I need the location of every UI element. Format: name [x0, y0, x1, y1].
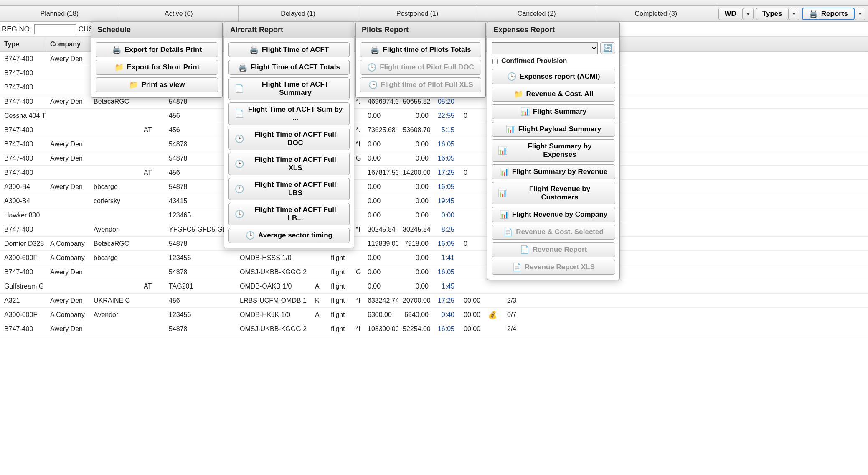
- report-icon: 🕒: [235, 209, 244, 219]
- cell-n2: 0.00: [398, 283, 433, 290]
- clock-icon: 🕒: [367, 63, 376, 72]
- expenses-popup-title: Expenses Report: [487, 22, 619, 38]
- expenses-report-button[interactable]: 📊Flight Summary by Revenue: [492, 164, 615, 179]
- cell-n2: 52254.00: [398, 325, 433, 333]
- cell-n2: 0.00: [398, 197, 433, 205]
- flight-time-pilot-full-doc-button[interactable]: 🕒Flight time of Pilot Full DOC: [360, 60, 481, 75]
- aircraft-report-button[interactable]: 🕒Flight Time of ACFT Full LBS: [228, 178, 350, 200]
- table-row[interactable]: A300-600FA CompanyAvendor123456OMDB-HKJK…: [0, 308, 868, 322]
- aircraft-report-button[interactable]: 🕒Flight Time of ACFT Full DOC: [228, 128, 350, 150]
- expenses-report-button[interactable]: 📊Flight Revenue by Customers: [492, 182, 615, 204]
- cell-type: A300-600F: [0, 311, 46, 319]
- expenses-report-button-disabled[interactable]: 📄Revenue Report XLS: [492, 260, 615, 275]
- table-row[interactable]: A300-B4Awery Denbbcargo548780.000.0016:0…: [0, 180, 868, 194]
- reports-dropdown[interactable]: [855, 8, 865, 20]
- schedule-popup-title: Schedule: [91, 22, 222, 38]
- aircraft-report-button[interactable]: 🖨️Flight Time of ACFT: [228, 42, 350, 57]
- table-row[interactable]: B747-400Awery Den54878OMSJ-UKBB-KGGG 2fl…: [0, 265, 868, 279]
- table-row[interactable]: A300-B4coriersky434150.000.0019:45: [0, 194, 868, 208]
- expenses-report-button[interactable]: 📊Flight Revenue by Company: [492, 207, 615, 222]
- cell-flag: *I: [352, 297, 363, 304]
- table-row[interactable]: B747-400AvendorYFGFC5-GFD5-GDSSORMM-OPKC…: [0, 222, 868, 237]
- expenses-report-button[interactable]: 📊Flight Summary: [492, 104, 615, 119]
- cell-time: 1:45: [433, 283, 459, 290]
- cell-n2: 53608.70: [398, 126, 433, 134]
- cell-type: A300-600F: [0, 254, 46, 262]
- table-row[interactable]: A300-600FA Companybbcargo123456OMDB-HSSS…: [0, 251, 868, 265]
- expenses-report-button[interactable]: 📊Flight Summary by Expenses: [492, 139, 615, 162]
- cell-n1: 633242.74: [363, 297, 398, 304]
- tab-postponed[interactable]: Postponed (1): [358, 6, 477, 21]
- table-row[interactable]: B747-400AT456*.73625.6853608.705:15: [0, 123, 868, 137]
- expenses-report-button[interactable]: 📊Flight Payload Summary: [492, 122, 615, 137]
- clock-icon: 🕒: [368, 80, 378, 89]
- confirmed-provision-label[interactable]: Confirmed Provision: [492, 57, 615, 65]
- confirmed-provision-checkbox[interactable]: [492, 59, 498, 64]
- reports-button[interactable]: 🖨️ Reports: [802, 8, 855, 20]
- aircraft-report-button[interactable]: 📄Flight Time of ACFT Sum by ...: [228, 102, 350, 125]
- cell-ratio: 2/3: [503, 297, 528, 304]
- expenses-report-button[interactable]: 🕒Expenses report (ACMI): [492, 69, 615, 84]
- expenses-report-popup: Expenses Report 🔄 Confirmed Provision 🕒E…: [487, 22, 620, 280]
- cell-f2: flight: [327, 268, 352, 276]
- cell-type: B747-400: [0, 268, 46, 276]
- col-company[interactable]: Company: [46, 37, 89, 51]
- cell-time2: 0: [459, 240, 484, 248]
- wd-dropdown[interactable]: [743, 8, 754, 20]
- table-row[interactable]: Cessna 404 T4560.000.0022:550: [0, 109, 868, 123]
- cell-n2: 0.00: [398, 183, 433, 191]
- expenses-report-button-disabled[interactable]: 📄Revenue Report: [492, 242, 615, 257]
- cell-ref: 456: [165, 297, 236, 304]
- export-short-print-button[interactable]: 📁Export for Short Print: [96, 60, 218, 75]
- table-row[interactable]: Gulfstream GATTAG201OMDB-OAKB 1/0Aflight…: [0, 279, 868, 294]
- table-row[interactable]: B747-400AT456167817.5314200.0017:250: [0, 166, 868, 180]
- table-row[interactable]: A321Awery DenUKRAINE C456LRBS-UCFM-OMDB …: [0, 294, 868, 308]
- expenses-select[interactable]: [492, 42, 598, 54]
- tab-completed[interactable]: Completed (3): [596, 6, 716, 21]
- cell-ratio: 0/7: [503, 311, 528, 319]
- tab-delayed[interactable]: Delayed (1): [239, 6, 358, 21]
- cell-time: 22:55: [433, 112, 459, 120]
- cell-company: A Company: [46, 254, 89, 262]
- print-as-view-button[interactable]: 📁Print as view: [96, 77, 218, 92]
- cell-route: OMSJ-UKBB-KGGG 2: [236, 325, 311, 333]
- cell-time: 16:05: [433, 268, 459, 276]
- flight-time-pilot-full-xls-button[interactable]: 🕒Flight time of Pilot Full XLS: [360, 77, 481, 92]
- aircraft-report-button[interactable]: 📄Flight Time of ACFT Summary: [228, 77, 350, 100]
- cell-type: B747-400: [0, 140, 46, 148]
- export-details-print-button[interactable]: 🖨️Export for Details Print: [96, 42, 218, 57]
- cell-type: A321: [0, 297, 46, 304]
- types-button[interactable]: Types: [756, 8, 789, 20]
- expenses-report-button-disabled[interactable]: 📄Revenue & Cost. Selected: [492, 225, 615, 240]
- wd-button[interactable]: WD: [718, 8, 743, 20]
- table-row[interactable]: Hawker 800123465OMDB-HSSS 1/0flight0.000…: [0, 208, 868, 222]
- report-icon: 📊: [498, 146, 507, 155]
- cell-time: 16:05: [433, 240, 459, 248]
- aircraft-report-button[interactable]: 🕒Flight Time of ACFT Full LB...: [228, 203, 350, 225]
- table-row[interactable]: B747-400Awery Den54878OMSJ-UKBB-KGGG 2fl…: [0, 322, 868, 336]
- cell-type: A300-B4: [0, 197, 46, 205]
- cell-ref: TAG201: [165, 283, 236, 290]
- tab-canceled[interactable]: Canceled (2): [477, 6, 596, 21]
- regno-input[interactable]: [34, 24, 76, 34]
- aircraft-report-button[interactable]: 🕒Average sector timing: [228, 228, 350, 243]
- cell-n1: 0.00: [363, 254, 398, 262]
- cell-route: OMDB-OAKB 1/0: [236, 283, 311, 290]
- table-row[interactable]: Dornier D328A CompanyBetacaRGC54878OMSJ-…: [0, 237, 868, 251]
- types-dropdown[interactable]: [789, 8, 799, 20]
- cell-n1: 0.00: [363, 212, 398, 219]
- report-icon: 📊: [500, 210, 509, 219]
- expenses-refresh-button[interactable]: 🔄: [600, 42, 615, 54]
- tab-active[interactable]: Active (6): [119, 6, 239, 21]
- tab-planned[interactable]: Planned (18): [0, 6, 119, 21]
- table-row[interactable]: B747-400Awery Den54878G0.000.0016:05: [0, 151, 868, 166]
- expenses-report-button[interactable]: 📁Revenue & Cost. All: [492, 87, 615, 102]
- flight-time-pilots-totals-button[interactable]: 🖨️Flight time of Pilots Totals: [360, 42, 481, 57]
- aircraft-report-button[interactable]: 🕒Flight Time of ACFT Full XLS: [228, 153, 350, 175]
- printer-icon: 🖨️: [112, 45, 121, 54]
- table-row[interactable]: B747-400Awery Den54878*I0.000.0016:05: [0, 137, 868, 151]
- cell-customer: Avendor: [89, 311, 140, 319]
- aircraft-report-button[interactable]: 🖨️Flight Time of ACFT Totals: [228, 60, 350, 75]
- col-type[interactable]: Type: [0, 37, 46, 51]
- report-icon: 🖨️: [249, 45, 259, 54]
